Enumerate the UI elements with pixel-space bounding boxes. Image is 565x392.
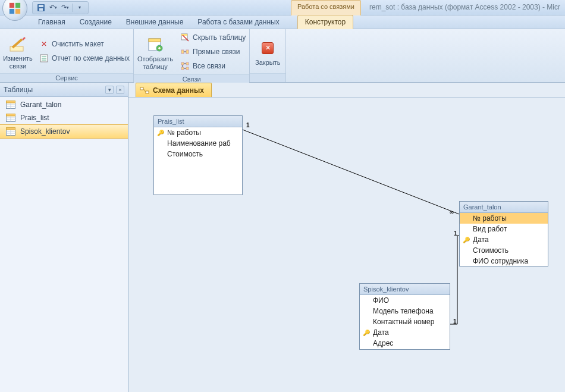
diagram-table-garant[interactable]: Garant_talon № работы Вид работ 🔑 Дата С… bbox=[459, 201, 548, 266]
close-button[interactable]: ✕ Закрыть bbox=[250, 29, 285, 73]
key-indicator bbox=[462, 215, 470, 222]
ribbon-group-relationships: Отобразить таблицу Скрыть таблицу Прямые… bbox=[134, 29, 250, 82]
nav-dropdown-button[interactable]: ▾ bbox=[105, 86, 114, 94]
show-table-button[interactable]: Отобразить таблицу bbox=[134, 29, 177, 74]
all-relationships-button[interactable]: Все связи bbox=[180, 60, 246, 72]
svg-rect-23 bbox=[181, 67, 184, 70]
diagram-field[interactable]: Контактный номер bbox=[360, 316, 450, 327]
key-indicator bbox=[362, 297, 371, 304]
direct-rel-icon bbox=[180, 47, 190, 57]
diagram-field-label: ФИО bbox=[373, 296, 389, 305]
svg-rect-22 bbox=[186, 62, 189, 65]
key-indicator: 🔑 bbox=[462, 236, 470, 243]
nav-item[interactable]: Garant_talon bbox=[0, 98, 128, 111]
diagram-field[interactable]: 🔑 Дата bbox=[360, 327, 450, 338]
key-indicator: 🔑 bbox=[362, 329, 371, 336]
report-icon bbox=[39, 54, 49, 63]
diagram-field[interactable]: 🔑 № работы bbox=[154, 127, 242, 138]
diagram-field[interactable]: ФИО сотрудника bbox=[460, 256, 548, 266]
group-label-relationships: Связи bbox=[134, 74, 249, 83]
clear-layout-icon: ✕ bbox=[39, 39, 49, 49]
tab-design[interactable]: Конструктор bbox=[297, 15, 353, 29]
svg-rect-39 bbox=[7, 128, 15, 130]
tab-create[interactable]: Создание bbox=[73, 15, 119, 29]
diagram-field-label: Дата bbox=[373, 328, 389, 337]
diagram-field[interactable]: Модель телефона bbox=[360, 306, 450, 316]
key-indicator bbox=[362, 340, 371, 347]
key-indicator bbox=[462, 225, 470, 233]
diagram-field[interactable]: ФИО bbox=[360, 295, 450, 306]
tab-database-tools[interactable]: Работа с базами данных bbox=[190, 15, 286, 29]
nav-item-label: Spisok_klientov bbox=[20, 127, 70, 136]
nav-header-title: Таблицы bbox=[4, 86, 33, 94]
save-button[interactable] bbox=[36, 3, 46, 12]
table-icon bbox=[6, 101, 15, 109]
edit-relationships-button[interactable]: Изменить связи bbox=[0, 29, 36, 73]
qat-customize-button[interactable]: ▾ bbox=[75, 3, 84, 12]
svg-text:1: 1 bbox=[454, 230, 457, 237]
diagram-table-title[interactable]: Prais_list bbox=[154, 116, 242, 127]
tab-home[interactable]: Главная bbox=[31, 15, 73, 29]
close-icon: ✕ bbox=[258, 39, 277, 58]
svg-line-45 bbox=[143, 89, 146, 92]
nav-collapse-button[interactable]: « bbox=[116, 86, 124, 94]
diagram-table-title[interactable]: Garant_talon bbox=[460, 202, 548, 213]
contextual-tab-group-label: Работа со связями bbox=[291, 0, 361, 15]
hide-table-button[interactable]: Скрыть таблицу bbox=[180, 32, 246, 43]
title-context-area: Работа со связями rem_sot : база данных … bbox=[291, 0, 565, 15]
key-indicator bbox=[156, 150, 165, 158]
svg-rect-3 bbox=[15, 8, 20, 13]
undo-button[interactable]: ↶▾ bbox=[48, 3, 58, 12]
relationship-diagram-icon bbox=[140, 86, 149, 95]
document-tab-label: Схема данных bbox=[153, 86, 204, 95]
diagram-field[interactable]: № работы bbox=[460, 213, 548, 224]
redo-button[interactable]: ↷▾ bbox=[60, 3, 70, 12]
svg-rect-19 bbox=[186, 50, 189, 54]
clear-layout-button[interactable]: ✕ Очистить макет bbox=[39, 38, 130, 50]
nav-item[interactable]: Spisok_klientov bbox=[0, 124, 128, 139]
diagram-field[interactable]: Стоимость bbox=[460, 245, 548, 256]
svg-rect-2 bbox=[10, 8, 14, 13]
svg-rect-29 bbox=[7, 101, 15, 104]
ribbon-group-tools: Изменить связи ✕ Очистить макет Отчет по… bbox=[0, 29, 134, 82]
nav-item-label: Prais_list bbox=[20, 114, 49, 122]
app-title: rem_sot : база данных (формат Access 200… bbox=[361, 0, 565, 15]
diagram-table-prais[interactable]: Prais_list 🔑 № работы Наименование раб С… bbox=[153, 115, 243, 195]
quick-access-toolbar: ↶▾ ↷▾ ▾ bbox=[32, 1, 89, 14]
diagram-field[interactable]: 🔑 Дата bbox=[460, 234, 548, 245]
group-label-close bbox=[250, 73, 285, 82]
show-table-icon bbox=[146, 35, 165, 54]
diagram-field-label: № работы bbox=[473, 214, 507, 222]
edit-relationships-icon bbox=[8, 35, 27, 54]
canvas-area: Схема данных 1∞11 Prais_list 🔑 № работы … bbox=[128, 83, 565, 392]
diagram-field-label: Вид работ bbox=[473, 225, 507, 233]
svg-line-46 bbox=[243, 130, 459, 214]
nav-header[interactable]: Таблицы ▾ « bbox=[0, 83, 128, 97]
relationship-canvas[interactable]: 1∞11 Prais_list 🔑 № работы Наименование … bbox=[128, 97, 565, 392]
diagram-field-label: Наименование раб bbox=[167, 139, 231, 148]
relationship-report-button[interactable]: Отчет по схеме данных bbox=[39, 52, 130, 64]
svg-rect-0 bbox=[10, 2, 14, 7]
office-logo-icon bbox=[8, 2, 21, 15]
key-icon: 🔑 bbox=[463, 237, 470, 243]
diagram-table-title[interactable]: Spisok_klientov bbox=[360, 284, 450, 295]
tab-external-data[interactable]: Внешние данные bbox=[119, 15, 191, 29]
diagram-field[interactable]: Наименование раб bbox=[154, 138, 242, 149]
direct-relationships-button[interactable]: Прямые связи bbox=[180, 46, 246, 58]
save-icon bbox=[37, 4, 45, 12]
ribbon-group-close: ✕ Закрыть bbox=[250, 29, 286, 82]
key-indicator bbox=[362, 308, 371, 315]
svg-rect-24 bbox=[186, 67, 189, 70]
document-tab[interactable]: Схема данных bbox=[136, 83, 212, 97]
svg-rect-5 bbox=[39, 5, 43, 7]
diagram-field[interactable]: Вид работ bbox=[460, 224, 548, 234]
diagram-table-spisok[interactable]: Spisok_klientov ФИО Модель телефона Конт… bbox=[359, 283, 450, 350]
workspace: Таблицы ▾ « Garant_talon Prais_list Spis… bbox=[0, 83, 565, 392]
diagram-field[interactable]: Адрес bbox=[360, 338, 450, 349]
diagram-field[interactable]: Стоимость bbox=[154, 149, 242, 159]
svg-rect-34 bbox=[7, 114, 15, 117]
title-bar: ↶▾ ↷▾ ▾ Работа со связями rem_sot : база… bbox=[0, 0, 565, 15]
key-icon: 🔑 bbox=[157, 130, 164, 136]
svg-text:∞: ∞ bbox=[450, 209, 454, 215]
nav-item[interactable]: Prais_list bbox=[0, 111, 128, 124]
